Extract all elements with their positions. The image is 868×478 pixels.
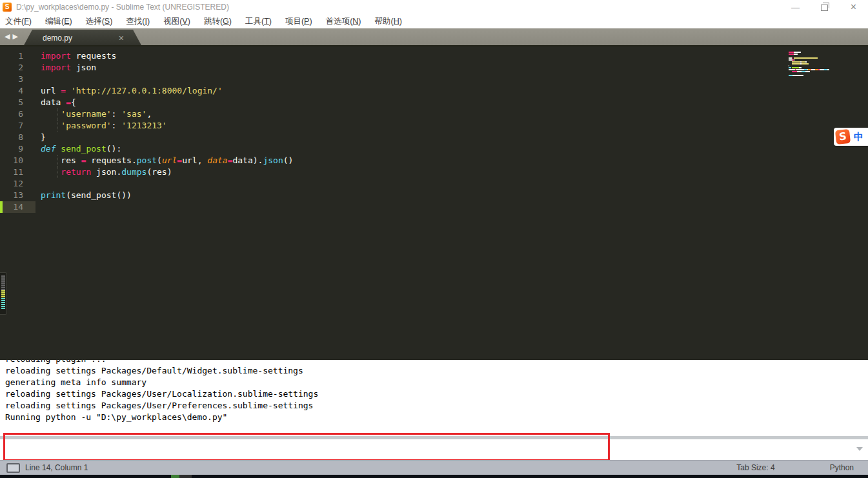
code-text: import requests — [41, 50, 116, 62]
edge-widget-gray-bars — [1, 275, 5, 290]
sublime-app-icon: S — [3, 3, 12, 12]
code-line-2: 2import json — [0, 62, 868, 74]
minimap-line — [789, 71, 834, 72]
menu-item-3[interactable]: 选择(S) — [86, 16, 113, 27]
console-line-clipped: reloading plugin ... — [5, 360, 868, 365]
code-line-12: 12 — [0, 178, 868, 190]
menu-bar: 文件(F)编辑(E)选择(S)查找(I)视图(V)跳转(G)工具(T)项目(P)… — [0, 14, 868, 28]
code-line-1: 1import requests — [0, 50, 868, 62]
console-line: reloading settings Packages/User/Localiz… — [5, 388, 868, 400]
ime-indicator[interactable]: S 中 — [834, 128, 868, 146]
menu-item-5[interactable]: 视图(V) — [163, 16, 190, 27]
tab-back-arrow-icon[interactable]: ◀ — [5, 32, 12, 40]
taskbar-green-segment — [171, 475, 179, 478]
window-title: D:\py_workplaces\demo.py - Sublime Text … — [16, 3, 229, 12]
minimap-line — [789, 69, 834, 70]
tab-label: demo.py — [43, 34, 72, 43]
minimap-line — [789, 65, 834, 66]
minimap-line — [789, 73, 834, 74]
menu-item-2[interactable]: 编辑(E) — [45, 16, 72, 27]
sublime-text-window: S D:\py_workplaces\demo.py - Sublime Tex… — [0, 0, 868, 478]
vintage-mode-icon — [6, 463, 20, 473]
code-line-14: 14 — [0, 201, 868, 213]
restore-icon — [821, 5, 828, 11]
ime-mode-chinese: 中 — [854, 131, 863, 143]
console-line: Running python -u "D:\py_workplaces\demo… — [5, 412, 868, 423]
code-line-10: 10 res = requests.post(url=url, data=dat… — [0, 155, 868, 166]
code-text: def send_post(): — [41, 143, 121, 155]
console-line: reloading settings Packages/User/Prefere… — [5, 400, 868, 412]
edge-widget-teal-bars — [1, 298, 5, 310]
code-line-6: 6 'username': 'sas', — [0, 108, 868, 120]
code-text: url = 'http://127.0.0.1:8000/login/' — [41, 85, 223, 97]
code-line-3: 3 — [0, 74, 868, 85]
console-output: reloading plugin ...reloading settings P… — [0, 360, 868, 436]
taskbar-edge — [0, 475, 868, 478]
menu-item-9[interactable]: 首选项(N) — [326, 16, 361, 27]
edge-widget-yellow-bars — [1, 290, 5, 298]
caret-position-label[interactable]: Line 14, Column 1 — [25, 463, 88, 472]
console-input-row — [0, 439, 868, 460]
minimap[interactable] — [789, 52, 834, 79]
line-number: 2 — [0, 62, 23, 74]
editor-pane[interactable]: 1import requests2import json34url = 'htt… — [0, 46, 868, 360]
line-number: 10 — [0, 155, 23, 166]
minimap-line — [789, 55, 834, 57]
close-button[interactable]: × — [839, 0, 868, 14]
code-text: data ={ — [41, 97, 76, 108]
minimap-line — [789, 52, 834, 53]
line-number: 7 — [0, 120, 23, 132]
console-input[interactable] — [4, 441, 852, 459]
tab-size-indicator[interactable]: Tab Size: 4 — [736, 463, 774, 472]
line-number: 9 — [0, 143, 23, 155]
code-text: res = requests.post(url=url, data=data).… — [41, 155, 293, 166]
scroll-down-arrow-icon[interactable] — [856, 447, 863, 451]
code-text: 'password': '1213213' — [41, 120, 167, 132]
line-number: 1 — [0, 50, 23, 62]
syntax-indicator[interactable]: Python — [830, 463, 854, 472]
tab-forward-arrow-icon[interactable]: ▶ — [12, 32, 20, 40]
menu-item-7[interactable]: 工具(T) — [245, 16, 272, 27]
line-number: 11 — [0, 166, 23, 178]
menu-item-10[interactable]: 帮助(H) — [375, 16, 402, 27]
code-line-4: 4url = 'http://127.0.0.1:8000/login/' — [0, 85, 868, 97]
line-number: 12 — [0, 178, 23, 190]
minimap-line — [789, 75, 834, 76]
line-number: 4 — [0, 85, 23, 97]
menu-item-6[interactable]: 跳转(G) — [204, 16, 232, 27]
code-text: } — [41, 132, 46, 143]
tab-close-icon[interactable]: × — [119, 34, 124, 43]
menu-item-8[interactable]: 项目(P) — [285, 16, 312, 27]
line-number: 3 — [0, 74, 23, 85]
minimap-line — [789, 59, 834, 61]
code-line-8: 8} — [0, 132, 868, 143]
console-line: generating meta info summary — [5, 377, 868, 388]
sogou-logo-icon: S — [835, 129, 851, 144]
title-bar: S D:\py_workplaces\demo.py - Sublime Tex… — [0, 0, 868, 14]
line-number: 14 — [0, 201, 23, 213]
taskbar-gray-segment — [179, 475, 192, 478]
minimize-button[interactable]: — — [781, 0, 810, 14]
console-line: reloading settings Packages/Default/Widg… — [5, 365, 868, 377]
menu-item-4[interactable]: 查找(I) — [126, 16, 150, 27]
minimap-line — [789, 67, 834, 68]
line-number: 13 — [0, 190, 23, 201]
code-area: 1import requests2import json34url = 'htt… — [0, 50, 868, 213]
code-text: print(send_post()) — [41, 190, 132, 201]
code-text: import json — [41, 62, 96, 74]
minimap-line — [789, 57, 834, 59]
tab-bar: ◀▶ demo.py × — [0, 28, 868, 46]
minimap-line — [789, 77, 834, 78]
menu-item-1[interactable]: 文件(F) — [5, 16, 32, 27]
status-bar: Line 14, Column 1 Tab Size: 4 Python — [0, 460, 868, 475]
restore-button[interactable] — [810, 0, 839, 14]
code-text: 'username': 'sas', — [41, 108, 152, 120]
line-number: 6 — [0, 108, 23, 120]
code-text: return json.dumps(res) — [41, 166, 172, 178]
code-line-5: 5data ={ — [0, 97, 868, 108]
edge-widget[interactable] — [0, 272, 7, 315]
tab-demo-py[interactable]: demo.py × — [23, 30, 142, 46]
code-line-13: 13print(send_post()) — [0, 190, 868, 201]
minimap-line — [789, 63, 834, 65]
line-number: 8 — [0, 132, 23, 143]
